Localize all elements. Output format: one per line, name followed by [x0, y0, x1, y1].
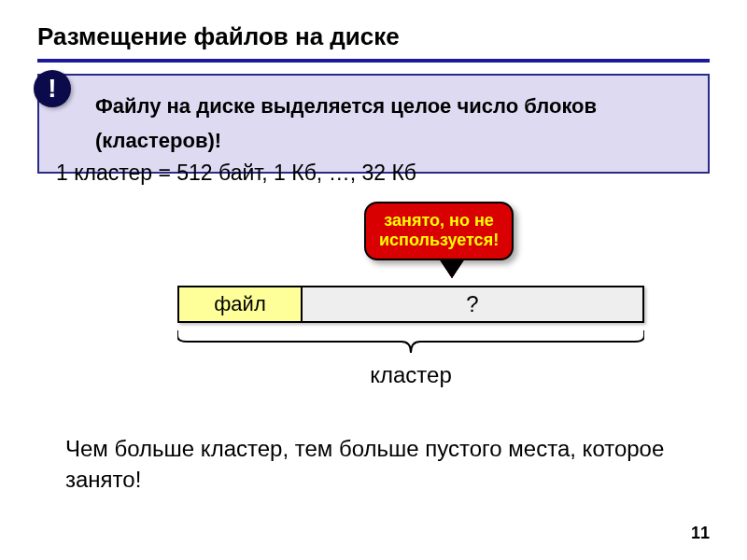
callout-box: ! Файлу на диске выделяется целое число … — [37, 74, 710, 174]
callout-line-1: Файлу на диске выделяется целое число бл… — [95, 89, 695, 123]
exclamation-icon: ! — [34, 70, 71, 107]
page-number: 11 — [691, 524, 710, 543]
unused-segment: ? — [303, 287, 642, 321]
speech-bubble: занято, но не используется! — [364, 202, 514, 260]
bottom-paragraph: Чем больше кластер, тем больше пустого м… — [65, 434, 691, 495]
title-underline — [37, 59, 710, 63]
brace-label: кластер — [177, 362, 644, 388]
page-title: Размещение файлов на диске — [37, 22, 710, 51]
callout-line-2: (кластеров)! — [95, 123, 695, 158]
file-segment: файл — [179, 287, 303, 321]
speech-tail-icon — [439, 258, 465, 278]
cluster-bar: файл ? — [177, 286, 644, 323]
cluster-equation: 1 кластер = 512 байт, 1 Кб, …, 32 Кб — [56, 161, 416, 186]
brace-icon — [177, 329, 644, 357]
slide: Размещение файлов на диске ! Файлу на ди… — [0, 0, 747, 560]
speech-line-2: используется! — [379, 231, 499, 251]
speech-line-1: занято, но не — [379, 211, 499, 231]
